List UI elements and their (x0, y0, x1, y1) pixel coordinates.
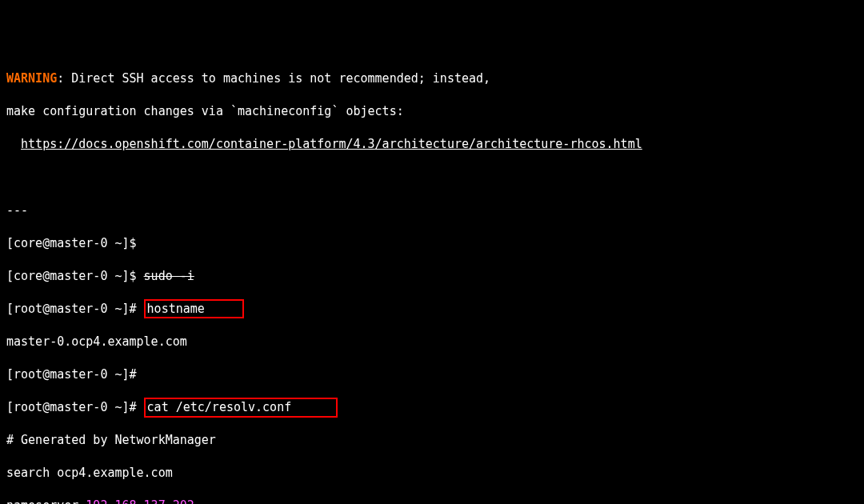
prompt-sudo: [core@master-0 ~]$ sudo -i (6, 268, 858, 285)
blank-line (6, 169, 858, 186)
warning-url-line: https://docs.openshift.com/container-pla… (6, 136, 858, 153)
prompt-hostname: [root@master-0 ~]# hostname (6, 301, 858, 318)
prompt-root-empty: [root@master-0 ~]# (6, 366, 858, 383)
resolv-search: search ocp4.example.com (6, 465, 858, 482)
resolv-generated: # Generated by NetworkManager (6, 432, 858, 449)
warning-line-2: make configuration changes via `machinec… (6, 103, 858, 120)
docs-url[interactable]: https://docs.openshift.com/container-pla… (21, 137, 642, 151)
dashes: --- (6, 202, 858, 219)
sudo-cmd-strike: sudo -i (144, 269, 194, 283)
nameserver-ip: 192.168.137.202 (86, 498, 194, 504)
warning-label: WARNING (6, 71, 57, 86)
warning-line-1: WARNING: Direct SSH access to machines i… (6, 70, 858, 87)
hostname-cmd-box: hostname (144, 299, 244, 319)
cat-resolv-cmd-box: cat /etc/resolv.conf (144, 398, 338, 418)
prompt-core-empty: [core@master-0 ~]$ (6, 235, 858, 252)
resolv-nameserver: nameserver 192.168.137.202 (6, 498, 858, 504)
hostname-output: master-0.ocp4.example.com (6, 334, 858, 350)
prompt-cat-resolv: [root@master-0 ~]# cat /etc/resolv.conf (6, 399, 858, 416)
